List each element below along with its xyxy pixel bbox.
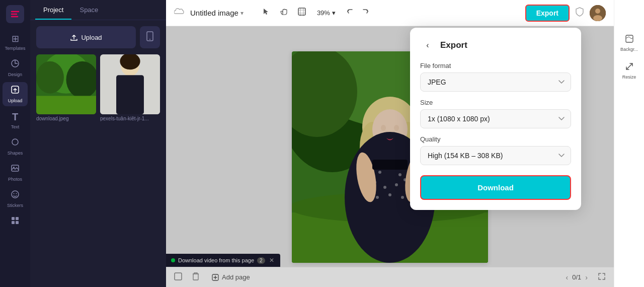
- templates-icon: ⊞: [12, 33, 19, 44]
- top-bar-right: Export: [525, 5, 606, 22]
- shield-icon: [575, 7, 585, 19]
- undo-button[interactable]: [344, 5, 357, 21]
- quality-select[interactable]: High (154 KB – 308 KB) Medium (77 KB – 1…: [420, 146, 571, 165]
- image-thumbnail: [100, 54, 160, 114]
- doc-title-chevron: ▾: [240, 10, 244, 17]
- svg-rect-21: [36, 96, 96, 114]
- quality-group: Quality High (154 KB – 308 KB) Medium (7…: [420, 135, 571, 165]
- size-label: Size: [420, 99, 571, 106]
- svg-rect-27: [298, 8, 305, 15]
- svg-point-29: [595, 9, 600, 14]
- svg-point-10: [16, 193, 17, 194]
- upload-btn-label: Upload: [81, 34, 102, 41]
- svg-rect-14: [16, 221, 19, 224]
- svg-point-9: [14, 193, 15, 194]
- sidebar-item-templates[interactable]: ⊞ Templates: [3, 30, 28, 54]
- resize-label: Resize: [622, 75, 636, 80]
- left-sidebar: ⊞ Templates Design Upload T Text Shapes …: [0, 0, 30, 287]
- panel-body: Upload download.jpeg: [30, 20, 166, 287]
- svg-point-5: [12, 139, 18, 145]
- image-thumbnail: [36, 54, 96, 114]
- toolbar-tools: 39% ▾: [260, 5, 372, 21]
- sidebar-item-label: Photos: [8, 177, 22, 182]
- side-panel: Project Space Upload: [30, 0, 166, 287]
- upload-button[interactable]: Upload: [36, 26, 136, 48]
- svg-rect-12: [16, 217, 19, 220]
- svg-point-19: [36, 61, 64, 94]
- text-icon: T: [12, 111, 18, 123]
- top-bar: Untitled image ▾ 39% ▾: [166, 0, 614, 26]
- sidebar-item-label: Stickers: [7, 203, 23, 208]
- svg-rect-13: [12, 221, 15, 224]
- app-logo: [6, 5, 24, 23]
- undo-redo-group: [344, 5, 372, 21]
- sidebar-item-label: Text: [11, 124, 20, 129]
- size-select[interactable]: 1x (1080 x 1080 px) 2x (2160 x 2160 px) …: [420, 109, 571, 128]
- image-label: download.jpeg: [36, 114, 96, 123]
- download-button[interactable]: Download: [420, 175, 571, 200]
- sidebar-item-label: Design: [8, 72, 22, 77]
- stickers-icon: [11, 190, 20, 201]
- panel-tabs: Project Space: [30, 0, 166, 20]
- right-sidebar: Backgr... Resize: [614, 0, 644, 287]
- image-grid: download.jpeg pexels-tuân-kiêt-jr-1...: [36, 54, 160, 123]
- photos-icon: [11, 164, 20, 175]
- tab-project[interactable]: Project: [35, 0, 71, 20]
- sidebar-item-label: Upload: [8, 98, 23, 103]
- avatar[interactable]: [590, 5, 606, 21]
- sidebar-item-shapes[interactable]: Shapes: [3, 134, 28, 159]
- hand-tool-button[interactable]: [277, 5, 291, 21]
- zoom-value: 39%: [317, 9, 330, 17]
- svg-point-16: [149, 39, 150, 40]
- background-label: Backgr...: [620, 47, 638, 52]
- sidebar-item-more[interactable]: [3, 213, 28, 231]
- export-back-button[interactable]: ‹: [420, 38, 435, 53]
- main-area: Untitled image ▾ 39% ▾: [166, 0, 614, 287]
- svg-rect-25: [116, 75, 144, 114]
- list-item[interactable]: download.jpeg: [36, 54, 96, 123]
- shapes-icon: [11, 137, 20, 149]
- sidebar-item-photos[interactable]: Photos: [3, 161, 28, 185]
- zoom-control[interactable]: 39% ▾: [313, 7, 340, 19]
- list-item[interactable]: pexels-tuân-kiêt-jr-1...: [100, 54, 160, 123]
- doc-title[interactable]: Untitled image ▾: [190, 9, 244, 17]
- cloud-icon: [174, 8, 184, 18]
- sidebar-item-upload[interactable]: Upload: [3, 82, 28, 106]
- export-panel: ‹ Export File format JPEG PNG PDF SVG GI…: [410, 28, 581, 210]
- export-button[interactable]: Export: [525, 5, 570, 22]
- tab-space[interactable]: Space: [71, 0, 106, 20]
- zoom-chevron-icon: ▾: [332, 9, 336, 17]
- sidebar-item-label: Templates: [5, 46, 25, 51]
- right-sidebar-item-background[interactable]: Backgr...: [617, 30, 642, 56]
- right-sidebar-item-resize[interactable]: Resize: [617, 58, 642, 84]
- size-group: Size 1x (1080 x 1080 px) 2x (2160 x 2160…: [420, 99, 571, 128]
- redo-button[interactable]: [359, 5, 372, 21]
- frame-tool-button[interactable]: [295, 5, 309, 21]
- quality-label: Quality: [420, 135, 571, 143]
- background-icon: [625, 34, 634, 45]
- pointer-tool-button[interactable]: [260, 5, 273, 21]
- design-icon: [11, 59, 20, 70]
- file-format-group: File format JPEG PNG PDF SVG GIF MP4: [420, 62, 571, 92]
- sidebar-item-label: Shapes: [8, 151, 23, 156]
- mobile-button[interactable]: [140, 26, 160, 48]
- more-icon: [11, 216, 20, 228]
- sidebar-item-text[interactable]: T Text: [3, 108, 28, 132]
- doc-title-text: Untitled image: [190, 9, 238, 17]
- sidebar-item-design[interactable]: Design: [3, 56, 28, 80]
- file-format-label: File format: [420, 62, 571, 69]
- export-panel-header: ‹ Export: [420, 38, 571, 53]
- sidebar-item-stickers[interactable]: Stickers: [3, 187, 28, 211]
- file-format-select[interactable]: JPEG PNG PDF SVG GIF MP4: [420, 73, 571, 92]
- upload-icon: [11, 85, 20, 97]
- export-panel-title: Export: [440, 40, 467, 50]
- svg-point-30: [593, 15, 602, 21]
- svg-rect-11: [12, 217, 15, 220]
- image-label: pexels-tuân-kiêt-jr-1...: [100, 114, 160, 123]
- resize-icon: [625, 62, 634, 73]
